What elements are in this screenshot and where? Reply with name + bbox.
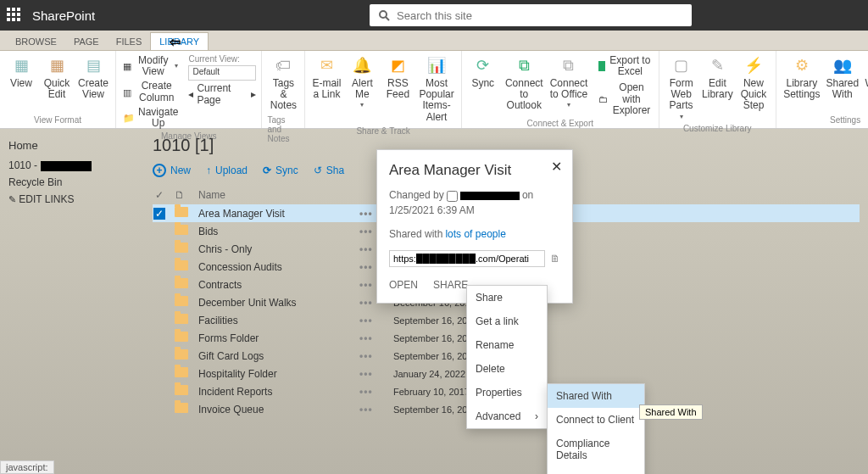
folder-icon bbox=[175, 278, 190, 291]
folder-icon bbox=[175, 367, 190, 380]
item-name[interactable]: Chris - Only bbox=[198, 243, 351, 255]
item-modified-by bbox=[512, 333, 860, 343]
connect-office-button[interactable]: ⧉Connect to Office▾ bbox=[549, 54, 588, 111]
row-checkbox[interactable]: ✓ bbox=[153, 208, 166, 220]
create-view-button[interactable]: ▤Create View bbox=[76, 54, 110, 102]
nav-home[interactable]: Home bbox=[8, 139, 136, 152]
rss-feed-button[interactable]: ◩RSS Feed bbox=[381, 54, 414, 102]
menu-properties[interactable]: Properties bbox=[467, 381, 547, 404]
item-name[interactable]: Contracts bbox=[198, 279, 351, 291]
tag-icon: 🏷 bbox=[271, 56, 295, 76]
item-name[interactable]: Bids bbox=[198, 226, 351, 237]
submenu-compliance[interactable]: Compliance Details bbox=[548, 432, 644, 467]
item-menu-button[interactable]: ••• bbox=[359, 332, 385, 344]
search-input[interactable] bbox=[397, 9, 683, 22]
new-quick-step-button[interactable]: ⚡New Quick Step bbox=[737, 54, 770, 114]
form-web-parts-button[interactable]: ▢Form Web Parts▾ bbox=[665, 54, 698, 122]
create-column-button[interactable]: ▥Create Column bbox=[121, 80, 180, 103]
ribbon-group-share-track: ✉E-mail a Link 🔔Alert Me▾ ◩RSS Feed 📊Mos… bbox=[305, 51, 461, 128]
redacted-text bbox=[460, 192, 520, 200]
item-name[interactable]: Facilities bbox=[198, 315, 351, 326]
rss-icon: ◩ bbox=[386, 56, 409, 76]
submenu-workflows[interactable]: Workflows bbox=[548, 467, 644, 474]
item-menu-button[interactable]: ••• bbox=[359, 350, 385, 362]
shared-with-button[interactable]: 👥Shared With bbox=[826, 54, 859, 102]
connect-outlook-button[interactable]: ⧉Connect to Outlook bbox=[503, 54, 546, 114]
modify-view-button[interactable]: ▦Modify View▾ bbox=[121, 54, 180, 78]
item-name[interactable]: Forms Folder bbox=[198, 332, 351, 344]
ribbon: ▦View ▦Quick Edit ▤Create View View Form… bbox=[0, 51, 868, 129]
folder-icon bbox=[175, 332, 190, 344]
item-name[interactable]: Invoice Queue bbox=[198, 404, 351, 415]
email-link-button[interactable]: ✉E-mail a Link bbox=[310, 54, 342, 102]
plus-icon: + bbox=[153, 164, 166, 177]
tab-files[interactable]: FILES bbox=[108, 33, 151, 50]
tab-page[interactable]: PAGE bbox=[65, 33, 108, 50]
open-explorer-button[interactable]: 🗀Open with Explorer bbox=[597, 81, 654, 117]
nav-site[interactable]: 1010 - bbox=[8, 159, 136, 171]
item-menu-button[interactable]: ••• bbox=[359, 368, 385, 380]
submenu-connect-client[interactable]: Connect to Client bbox=[548, 408, 644, 432]
copy-icon[interactable]: 🗎 bbox=[550, 253, 560, 265]
folder-icon bbox=[175, 349, 190, 362]
sync-button-ribbon[interactable]: ⟳Sync bbox=[467, 54, 499, 91]
callout-share-button[interactable]: SHARE bbox=[433, 279, 468, 291]
type-column-icon: 🗋 bbox=[175, 189, 190, 201]
alert-me-button[interactable]: 🔔Alert Me▾ bbox=[346, 54, 378, 111]
nav-recycle-bin[interactable]: Recycle Bin bbox=[8, 176, 136, 188]
submenu-shared-with[interactable]: Shared With bbox=[548, 384, 644, 408]
item-menu-button[interactable]: ••• bbox=[359, 315, 385, 326]
library-settings-button[interactable]: ⚙Library Settings bbox=[782, 54, 823, 102]
context-menu: Share Get a link Rename Delete Propertie… bbox=[466, 285, 548, 429]
tags-notes-button[interactable]: 🏷Tags & Notes bbox=[267, 54, 299, 114]
page-prev[interactable]: ◂ bbox=[188, 88, 193, 100]
page-next[interactable]: ▸ bbox=[251, 88, 256, 100]
explorer-icon: 🗀 bbox=[598, 93, 608, 105]
callout-close-button[interactable]: ✕ bbox=[551, 159, 562, 175]
menu-delete[interactable]: Delete bbox=[467, 357, 547, 381]
chart-icon: 📊 bbox=[425, 56, 448, 76]
folder-icon bbox=[175, 296, 190, 309]
tab-browse[interactable]: BROWSE bbox=[7, 33, 65, 50]
name-column-header[interactable]: Name bbox=[198, 189, 351, 201]
shared-with-link[interactable]: lots of people bbox=[445, 228, 505, 240]
advanced-submenu: Shared With Connect to Client Compliance… bbox=[547, 383, 645, 474]
ribbon-tabstrip: BROWSE PAGE FILES LIBRARY ⇦ bbox=[0, 31, 868, 51]
item-name[interactable]: Area Manager Visit bbox=[198, 208, 351, 220]
item-name[interactable]: Incident Reports bbox=[198, 386, 351, 398]
create-column-icon: ▥ bbox=[123, 86, 131, 98]
item-menu-button[interactable]: ••• bbox=[359, 386, 385, 398]
workflow-settings-button[interactable]: ⟳Workflow Settings▾ bbox=[862, 54, 868, 111]
callout-url-input[interactable] bbox=[389, 250, 545, 267]
callout-url-row: 🗎 bbox=[389, 250, 560, 267]
menu-share[interactable]: Share bbox=[467, 286, 547, 309]
outlook-icon: ⧉ bbox=[512, 56, 536, 76]
nav-edit-links[interactable]: ✎ EDIT LINKS bbox=[8, 193, 136, 205]
view-button[interactable]: ▦View bbox=[5, 54, 37, 91]
quick-edit-button[interactable]: ▦Quick Edit bbox=[41, 54, 73, 102]
item-menu-button[interactable]: ••• bbox=[359, 404, 385, 415]
most-popular-button[interactable]: 📊Most Popular Items-Alert bbox=[417, 54, 455, 125]
search-box[interactable] bbox=[370, 4, 692, 26]
redacted-text bbox=[41, 161, 92, 171]
export-excel-button[interactable]: Export to Excel bbox=[597, 54, 654, 78]
select-all[interactable]: ✓ bbox=[153, 189, 166, 201]
menu-get-link[interactable]: Get a link bbox=[467, 309, 547, 333]
excel-icon bbox=[598, 61, 605, 71]
edit-library-button[interactable]: ✎Edit Library bbox=[701, 54, 733, 102]
item-name[interactable]: December Unit Walks bbox=[198, 297, 351, 309]
item-name[interactable]: Gift Card Logs bbox=[198, 350, 351, 362]
share-button[interactable]: ↺Sha bbox=[314, 165, 344, 176]
item-name[interactable]: Hospitality Folder bbox=[198, 368, 351, 380]
navigate-up-button[interactable]: 📁Navigate Up bbox=[121, 106, 180, 130]
new-button[interactable]: +New bbox=[153, 164, 191, 177]
sync-button[interactable]: ⟳Sync bbox=[263, 165, 298, 176]
app-launcher-icon[interactable] bbox=[7, 8, 22, 23]
menu-rename[interactable]: Rename bbox=[467, 333, 547, 357]
upload-button[interactable]: ↑Upload bbox=[206, 165, 248, 176]
item-name[interactable]: Concession Audits bbox=[198, 261, 351, 273]
callout-open-button[interactable]: OPEN bbox=[389, 279, 418, 291]
menu-advanced[interactable]: Advanced› bbox=[467, 404, 547, 428]
current-view-select[interactable]: Default bbox=[188, 65, 256, 81]
edit-icon: ✎ bbox=[705, 56, 729, 76]
